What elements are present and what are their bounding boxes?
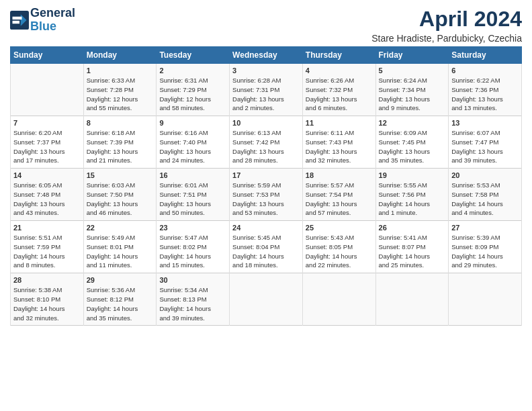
logo-text: General Blue: [30, 7, 75, 34]
day-info: Sunrise: 5:36 AMSunset: 8:12 PMDaylight:…: [87, 285, 154, 322]
day-cell: 4Sunrise: 6:26 AMSunset: 7:32 PMDaylight…: [302, 64, 375, 116]
logo: General Blue: [10, 7, 75, 34]
day-number: 17: [232, 171, 300, 179]
day-info: Sunrise: 6:11 AMSunset: 7:43 PMDaylight:…: [306, 128, 373, 165]
col-header-tuesday: Tuesday: [157, 47, 230, 64]
day-cell: [230, 273, 303, 326]
day-number: 10: [232, 119, 300, 127]
day-cell: 17Sunrise: 5:59 AMSunset: 7:53 PMDayligh…: [230, 169, 303, 221]
day-info: Sunrise: 5:39 AMSunset: 8:09 PMDaylight:…: [451, 233, 519, 270]
day-info: Sunrise: 6:31 AMSunset: 7:29 PMDaylight:…: [159, 76, 226, 113]
day-number: 26: [379, 224, 446, 232]
col-header-friday: Friday: [375, 47, 449, 64]
col-header-monday: Monday: [83, 47, 157, 64]
day-cell: 19Sunrise: 5:55 AMSunset: 7:56 PMDayligh…: [375, 169, 449, 221]
day-number: 25: [306, 224, 373, 232]
day-info: Sunrise: 5:55 AMSunset: 7:56 PMDaylight:…: [379, 181, 446, 218]
day-info: Sunrise: 5:51 AMSunset: 7:59 PMDaylight:…: [13, 233, 81, 270]
day-info: Sunrise: 6:01 AMSunset: 7:51 PMDaylight:…: [159, 181, 226, 218]
day-info: Sunrise: 5:38 AMSunset: 8:10 PMDaylight:…: [13, 285, 81, 322]
day-cell: 16Sunrise: 6:01 AMSunset: 7:51 PMDayligh…: [157, 169, 230, 221]
day-number: 12: [379, 119, 446, 127]
day-cell: 27Sunrise: 5:39 AMSunset: 8:09 PMDayligh…: [449, 221, 522, 273]
day-info: Sunrise: 5:45 AMSunset: 8:04 PMDaylight:…: [232, 233, 300, 270]
day-info: Sunrise: 6:07 AMSunset: 7:47 PMDaylight:…: [451, 128, 519, 165]
day-cell: 25Sunrise: 5:43 AMSunset: 8:05 PMDayligh…: [302, 221, 375, 273]
day-cell: 14Sunrise: 6:05 AMSunset: 7:48 PMDayligh…: [11, 169, 84, 221]
calendar-body: 1Sunrise: 6:33 AMSunset: 7:28 PMDaylight…: [11, 64, 522, 326]
day-cell: [11, 64, 84, 116]
day-info: Sunrise: 6:26 AMSunset: 7:32 PMDaylight:…: [306, 76, 373, 113]
day-cell: 23Sunrise: 5:47 AMSunset: 8:02 PMDayligh…: [157, 221, 230, 273]
day-number: 14: [13, 171, 81, 179]
day-number: 13: [451, 119, 519, 127]
main-container: General Blue April 2024 Stare Hradiste, …: [0, 0, 532, 332]
day-cell: [449, 273, 522, 326]
day-number: 20: [451, 171, 519, 179]
day-info: Sunrise: 6:28 AMSunset: 7:31 PMDaylight:…: [232, 76, 300, 113]
day-cell: 2Sunrise: 6:31 AMSunset: 7:29 PMDaylight…: [157, 64, 230, 116]
day-number: 18: [306, 171, 373, 179]
day-info: Sunrise: 5:41 AMSunset: 8:07 PMDaylight:…: [379, 233, 446, 270]
day-cell: 7Sunrise: 6:20 AMSunset: 7:37 PMDaylight…: [11, 116, 84, 169]
day-number: 16: [159, 171, 226, 179]
logo-line1: General: [30, 7, 75, 20]
day-info: Sunrise: 5:49 AMSunset: 8:01 PMDaylight:…: [87, 233, 154, 270]
week-row-3: 14Sunrise: 6:05 AMSunset: 7:48 PMDayligh…: [11, 169, 522, 221]
day-cell: 22Sunrise: 5:49 AMSunset: 8:01 PMDayligh…: [83, 221, 157, 273]
day-number: 28: [13, 276, 81, 284]
day-cell: 9Sunrise: 6:16 AMSunset: 7:40 PMDaylight…: [157, 116, 230, 169]
svg-rect-2: [13, 17, 22, 19]
day-info: Sunrise: 6:03 AMSunset: 7:50 PMDaylight:…: [87, 181, 154, 218]
month-title: April 2024: [371, 7, 522, 32]
day-info: Sunrise: 5:43 AMSunset: 8:05 PMDaylight:…: [306, 233, 373, 270]
day-number: 19: [379, 171, 446, 179]
day-info: Sunrise: 6:09 AMSunset: 7:45 PMDaylight:…: [379, 128, 446, 165]
day-number: 3: [232, 66, 300, 75]
col-header-thursday: Thursday: [302, 47, 375, 64]
week-row-2: 7Sunrise: 6:20 AMSunset: 7:37 PMDaylight…: [11, 116, 522, 169]
col-header-wednesday: Wednesday: [230, 47, 303, 64]
header: General Blue April 2024 Stare Hradiste, …: [10, 7, 522, 44]
day-number: 11: [306, 119, 373, 127]
day-info: Sunrise: 5:47 AMSunset: 8:02 PMDaylight:…: [159, 233, 226, 270]
day-info: Sunrise: 5:57 AMSunset: 7:54 PMDaylight:…: [306, 181, 373, 218]
day-info: Sunrise: 6:20 AMSunset: 7:37 PMDaylight:…: [13, 128, 81, 165]
day-cell: [375, 273, 449, 326]
day-cell: [302, 273, 375, 326]
day-info: Sunrise: 6:05 AMSunset: 7:48 PMDaylight:…: [13, 181, 81, 218]
day-cell: 6Sunrise: 6:22 AMSunset: 7:36 PMDaylight…: [449, 64, 522, 116]
day-number: 6: [451, 66, 519, 75]
title-section: April 2024 Stare Hradiste, Pardubicky, C…: [371, 7, 522, 44]
day-number: 9: [159, 119, 226, 127]
day-cell: 29Sunrise: 5:36 AMSunset: 8:12 PMDayligh…: [83, 273, 157, 326]
day-number: 22: [87, 224, 154, 232]
day-number: 1: [87, 66, 154, 75]
day-info: Sunrise: 6:24 AMSunset: 7:34 PMDaylight:…: [379, 76, 446, 113]
day-number: 2: [159, 66, 226, 75]
day-number: 29: [87, 276, 154, 284]
day-number: 21: [13, 224, 81, 232]
day-cell: 8Sunrise: 6:18 AMSunset: 7:39 PMDaylight…: [83, 116, 157, 169]
day-info: Sunrise: 6:16 AMSunset: 7:40 PMDaylight:…: [159, 128, 226, 165]
calendar-header: SundayMondayTuesdayWednesdayThursdayFrid…: [11, 47, 522, 64]
day-cell: 20Sunrise: 5:53 AMSunset: 7:58 PMDayligh…: [449, 169, 522, 221]
logo-line2: Blue: [30, 20, 75, 34]
week-row-1: 1Sunrise: 6:33 AMSunset: 7:28 PMDaylight…: [11, 64, 522, 116]
day-cell: 24Sunrise: 5:45 AMSunset: 8:04 PMDayligh…: [230, 221, 303, 273]
day-info: Sunrise: 6:33 AMSunset: 7:28 PMDaylight:…: [87, 76, 154, 113]
day-number: 15: [87, 171, 154, 179]
day-info: Sunrise: 5:53 AMSunset: 7:58 PMDaylight:…: [451, 181, 519, 218]
week-row-4: 21Sunrise: 5:51 AMSunset: 7:59 PMDayligh…: [11, 221, 522, 273]
week-row-5: 28Sunrise: 5:38 AMSunset: 8:10 PMDayligh…: [11, 273, 522, 326]
day-number: 30: [159, 276, 226, 284]
day-info: Sunrise: 6:22 AMSunset: 7:36 PMDaylight:…: [451, 76, 519, 113]
day-number: 7: [13, 119, 81, 127]
day-info: Sunrise: 6:13 AMSunset: 7:42 PMDaylight:…: [232, 128, 300, 165]
day-cell: 28Sunrise: 5:38 AMSunset: 8:10 PMDayligh…: [11, 273, 84, 326]
day-cell: 10Sunrise: 6:13 AMSunset: 7:42 PMDayligh…: [230, 116, 303, 169]
col-header-saturday: Saturday: [449, 47, 522, 64]
day-cell: 26Sunrise: 5:41 AMSunset: 8:07 PMDayligh…: [375, 221, 449, 273]
day-cell: 5Sunrise: 6:24 AMSunset: 7:34 PMDaylight…: [375, 64, 449, 116]
day-number: 27: [451, 224, 519, 232]
